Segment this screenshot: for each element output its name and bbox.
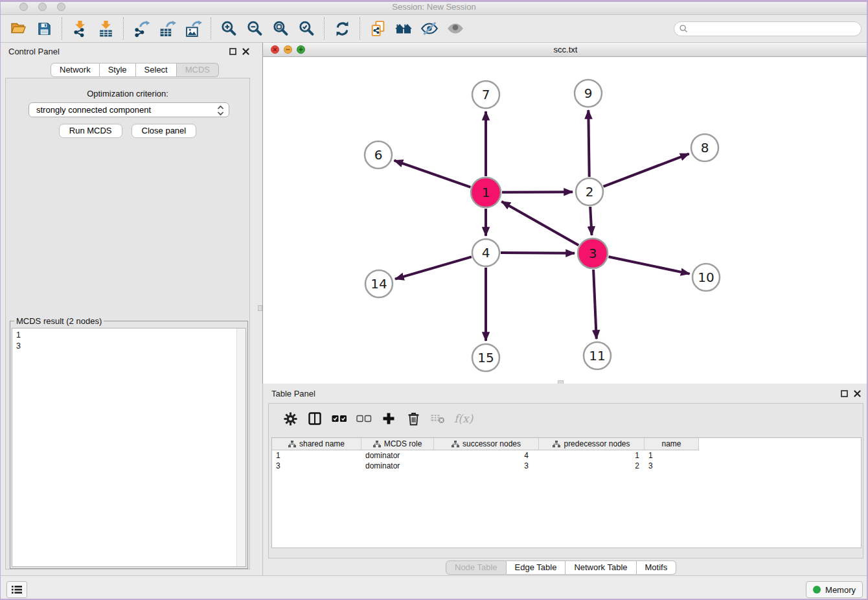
- table-row[interactable]: 1 dominator 4 1 1: [272, 450, 861, 461]
- table-row[interactable]: 3 dominator 3 2 3: [272, 461, 861, 471]
- mcds-result-item[interactable]: 1: [12, 329, 246, 341]
- optimization-criterion-select[interactable]: strongly connected component: [29, 102, 229, 117]
- cell-successor-nodes[interactable]: 4: [434, 451, 539, 460]
- search-box: [674, 21, 862, 36]
- float-panel-icon[interactable]: [841, 390, 848, 397]
- deselect-all-columns-button[interactable]: [354, 409, 374, 428]
- refresh-layout-button[interactable]: [332, 19, 352, 38]
- cell-mcds-role[interactable]: dominator: [361, 451, 434, 460]
- graph-edge-1-6[interactable]: [394, 161, 471, 187]
- cell-name[interactable]: 3: [645, 461, 699, 470]
- hide-selected-button[interactable]: [420, 19, 439, 38]
- tab-network[interactable]: Network: [51, 63, 100, 77]
- cell-mcds-role[interactable]: dominator: [361, 461, 434, 470]
- table-settings-button[interactable]: [280, 409, 300, 428]
- split-columns-button[interactable]: [305, 409, 325, 428]
- graph-edge-4-14[interactable]: [395, 257, 472, 279]
- graph-edge-4-3[interactable]: [501, 253, 575, 253]
- graph-edge-3-1[interactable]: [501, 202, 578, 246]
- search-input[interactable]: [689, 23, 861, 34]
- show-all-button[interactable]: [446, 19, 465, 38]
- memory-button[interactable]: Memory: [806, 581, 863, 598]
- close-window-button[interactable]: [19, 3, 28, 11]
- export-network-button[interactable]: [131, 19, 151, 38]
- cell-shared-name[interactable]: 3: [272, 461, 361, 470]
- column-header-mcds-role[interactable]: MCDS role: [361, 438, 434, 450]
- cell-name[interactable]: 1: [645, 451, 699, 460]
- tab-mcds[interactable]: MCDS: [177, 63, 219, 77]
- tab-network-table[interactable]: Network Table: [565, 560, 636, 575]
- mcds-result-list[interactable]: 1 3: [12, 328, 246, 567]
- tab-motifs[interactable]: Motifs: [637, 560, 677, 575]
- tab-select[interactable]: Select: [136, 63, 177, 77]
- control-panel-title: Control Panel: [8, 47, 60, 56]
- cell-predecessor-nodes[interactable]: 1: [539, 451, 645, 460]
- function-builder-button[interactable]: f(x): [454, 412, 473, 425]
- mcds-result-item[interactable]: 3: [12, 341, 246, 352]
- mcds-list-scrollbar[interactable]: [236, 329, 246, 566]
- import-network-button[interactable]: [70, 19, 89, 38]
- cell-successor-nodes[interactable]: 3: [434, 461, 539, 470]
- cell-shared-name[interactable]: 1: [272, 451, 361, 460]
- export-table-button[interactable]: [157, 19, 177, 38]
- run-mcds-button[interactable]: Run MCDS: [59, 124, 122, 138]
- delete-column-button[interactable]: [404, 409, 423, 428]
- import-table-button[interactable]: [96, 19, 115, 38]
- graph-node-10[interactable]: 10: [692, 264, 720, 291]
- network-canvas[interactable]: 7968124314101511: [263, 57, 868, 384]
- zoom-window-button[interactable]: [57, 3, 65, 11]
- float-panel-icon[interactable]: [229, 48, 236, 55]
- graph-edge-3-11[interactable]: [593, 270, 597, 339]
- graph-edge-2-9[interactable]: [588, 110, 589, 177]
- graph-node-14[interactable]: 14: [365, 270, 393, 297]
- close-panel-icon[interactable]: [854, 390, 861, 397]
- graph-edge-2-8[interactable]: [604, 154, 689, 186]
- zoom-in-button[interactable]: [219, 19, 238, 38]
- add-column-button[interactable]: [379, 409, 398, 428]
- column-header-predecessor-nodes[interactable]: predecessor nodes: [539, 438, 645, 450]
- graph-edge-3-10[interactable]: [609, 257, 690, 273]
- graph-node-1[interactable]: 1: [471, 178, 501, 207]
- graph-node-7[interactable]: 7: [472, 81, 499, 108]
- task-history-button[interactable]: [6, 581, 27, 598]
- close-panel-button[interactable]: Close panel: [131, 124, 197, 138]
- graph-node-2[interactable]: 2: [576, 178, 603, 205]
- graph-node-15[interactable]: 15: [472, 344, 499, 371]
- save-floppy-icon: [36, 21, 52, 37]
- graph-node-4[interactable]: 4: [472, 239, 499, 266]
- column-header-name[interactable]: name: [645, 438, 699, 450]
- zoom-out-button[interactable]: [245, 19, 264, 38]
- vertical-splitter-handle[interactable]: [258, 305, 262, 311]
- open-session-button[interactable]: [8, 19, 28, 38]
- graph-node-9[interactable]: 9: [575, 80, 602, 107]
- tab-edge-table[interactable]: Edge Table: [507, 560, 566, 575]
- graph-edge-2-3[interactable]: [590, 207, 591, 235]
- graph-node-3[interactable]: 3: [578, 238, 608, 268]
- save-session-button[interactable]: [34, 19, 54, 38]
- network-close-button[interactable]: [271, 45, 279, 54]
- graph-node-11[interactable]: 11: [584, 342, 611, 369]
- graph-node-label: 2: [586, 184, 594, 200]
- first-neighbors-button[interactable]: [394, 19, 413, 38]
- graph-edge-1-2[interactable]: [502, 192, 573, 192]
- tab-node-table[interactable]: Node Table: [446, 560, 507, 575]
- optimization-criterion-value: strongly connected component: [36, 105, 151, 115]
- column-header-successor-nodes[interactable]: successor nodes: [434, 438, 539, 450]
- export-image-button[interactable]: [183, 19, 203, 38]
- duplicate-network-button[interactable]: [368, 19, 387, 38]
- graph-node-8[interactable]: 8: [691, 134, 718, 161]
- network-zoom-button[interactable]: [297, 45, 305, 54]
- column-header-shared-name[interactable]: shared name: [272, 438, 361, 450]
- graph-node-6[interactable]: 6: [365, 141, 392, 168]
- tab-style[interactable]: Style: [100, 63, 136, 77]
- network-minimize-button[interactable]: [284, 45, 292, 54]
- zoom-selected-button[interactable]: [297, 19, 316, 38]
- select-all-columns-button[interactable]: [330, 409, 349, 428]
- cell-predecessor-nodes[interactable]: 2: [539, 461, 645, 470]
- table-panel-title: Table Panel: [271, 389, 315, 398]
- list-icon: [12, 585, 22, 594]
- zoom-fit-button[interactable]: [271, 19, 290, 38]
- minimize-window-button[interactable]: [38, 3, 47, 11]
- delete-table-button[interactable]: [428, 409, 448, 428]
- close-panel-icon[interactable]: [242, 48, 249, 55]
